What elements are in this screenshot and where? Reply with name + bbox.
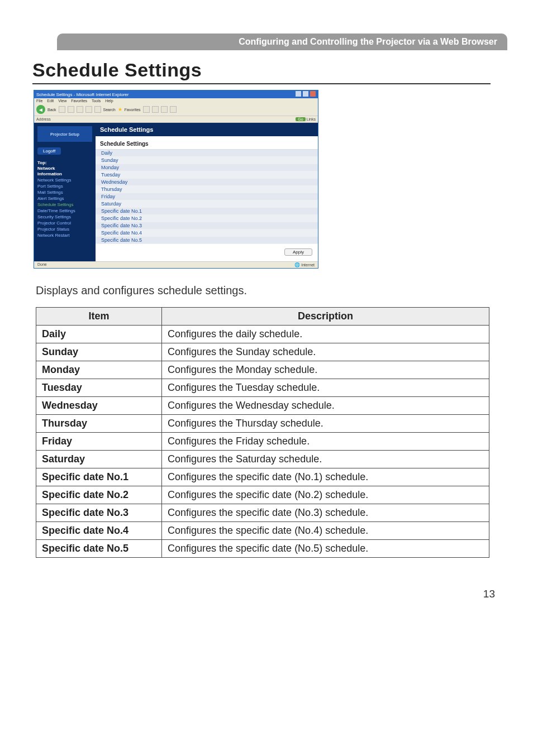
window-title: Schedule Settings - Microsoft Internet E… [36, 92, 129, 97]
page-title: Schedule Settings [32, 59, 491, 84]
section-header-bar: Configuring and Controlling the Projecto… [57, 34, 507, 50]
table-row: FridayConfigures the Friday schedule. [36, 433, 489, 451]
schedule-row: Specific date No.3 [96, 222, 318, 229]
address-bar: Address Go Links [34, 116, 318, 123]
schedule-row: Sunday [96, 157, 318, 164]
links-label: Links [307, 117, 316, 121]
schedule-row: Specific date No.4 [96, 229, 318, 237]
table-row: Specific date No.2Configures the specifi… [36, 486, 489, 504]
maximize-icon [303, 91, 308, 97]
table-row: SaturdayConfigures the Saturday schedule… [36, 451, 489, 468]
table-row: SundayConfigures the Sunday schedule. [36, 343, 489, 361]
main-panel: Schedule Settings Schedule Settings Dail… [96, 123, 318, 261]
table-cell-description: Configures the specific date (No.4) sche… [162, 522, 489, 540]
sidebar-item: Security Settings [37, 214, 92, 219]
schedule-row: Wednesday [96, 179, 318, 186]
table-cell-description: Configures the Saturday schedule. [162, 451, 489, 468]
table-row: Specific date No.4Configures the specifi… [36, 522, 489, 540]
table-cell-description: Configures the specific date (No.3) sche… [162, 504, 489, 522]
table-cell-description: Configures the specific date (No.1) sche… [162, 468, 489, 486]
forward-icon [59, 106, 65, 113]
table-cell-item: Tuesday [36, 379, 162, 397]
table-row: ThursdayConfigures the Thursday schedule… [36, 415, 489, 433]
table-cell-item: Sunday [36, 343, 162, 361]
embedded-screenshot: Schedule Settings - Microsoft Internet E… [34, 90, 318, 269]
table-row: DailyConfigures the daily schedule. [36, 326, 489, 343]
schedule-row: Specific date No.1 [96, 208, 318, 215]
sidebar-item: Port Settings [37, 184, 92, 189]
sidebar-item: Network Settings [37, 178, 92, 183]
table-cell-item: Specific date No.3 [36, 504, 162, 522]
back-label: Back [47, 108, 56, 112]
menu-file: File [36, 99, 42, 103]
table-cell-item: Friday [36, 433, 162, 451]
table-row: WednesdayConfigures the Wednesday schedu… [36, 397, 489, 415]
table-cell-item: Daily [36, 326, 162, 343]
table-header-item: Item [36, 308, 162, 326]
schedule-row: Tuesday [96, 171, 318, 179]
table-cell-item: Thursday [36, 415, 162, 433]
close-icon [310, 91, 316, 97]
sidebar-item: Alert Settings [37, 196, 92, 201]
sidebar-item: Projector Control [37, 221, 92, 226]
menu-favorites: Favorites [71, 99, 87, 103]
page-number: 13 [0, 588, 533, 600]
sidebar: Projector Setup Logoff Top: Network Info… [34, 123, 96, 261]
sidebar-item: Schedule Settings [37, 202, 92, 207]
schedule-row: Thursday [96, 186, 318, 193]
mail-icon [161, 106, 168, 113]
status-done: Done [37, 262, 47, 267]
window-control-buttons [295, 91, 316, 98]
table-cell-description: Configures the Sunday schedule. [162, 343, 489, 361]
favorites-star-icon: ★ [118, 107, 122, 112]
menu-tools: Tools [92, 99, 101, 103]
table-cell-description: Configures the Tuesday schedule. [162, 379, 489, 397]
table-cell-description: Configures the Thursday schedule. [162, 415, 489, 433]
schedule-row: Specific date No.2 [96, 215, 318, 222]
schedule-settings-table: Item Description DailyConfigures the dai… [36, 307, 489, 558]
window-titlebar: Schedule Settings - Microsoft Internet E… [34, 90, 318, 98]
schedule-row: Monday [96, 164, 318, 171]
apply-button: Apply [284, 248, 312, 256]
table-cell-item: Monday [36, 361, 162, 379]
schedule-row: Saturday [96, 200, 318, 208]
menu-help: Help [105, 99, 113, 103]
table-cell-item: Specific date No.4 [36, 522, 162, 540]
table-cell-item: Wednesday [36, 397, 162, 415]
projector-setup-graphic: Projector Setup [37, 126, 92, 142]
home-icon [85, 106, 92, 113]
table-cell-description: Configures the Friday schedule. [162, 433, 489, 451]
menu-view: View [58, 99, 66, 103]
table-row: Specific date No.5Configures the specifi… [36, 540, 489, 558]
table-row: Specific date No.3Configures the specifi… [36, 504, 489, 522]
table-cell-item: Specific date No.2 [36, 486, 162, 504]
browser-toolbar: ◄ Back Search ★ Favorites [34, 103, 318, 116]
history-icon [152, 106, 159, 113]
browser-menubar: File Edit View Favorites Tools Help [34, 98, 318, 103]
print-icon [170, 106, 177, 113]
intro-text: Displays and configures schedule setting… [36, 284, 533, 297]
media-icon [143, 106, 150, 113]
search-icon [94, 106, 101, 113]
schedule-row-list: DailySundayMondayTuesdayWednesdayThursda… [96, 149, 318, 244]
table-cell-item: Specific date No.1 [36, 468, 162, 486]
table-cell-item: Saturday [36, 451, 162, 468]
refresh-icon [77, 106, 83, 113]
table-cell-description: Configures the specific date (No.5) sche… [162, 540, 489, 558]
address-label: Address [36, 117, 51, 121]
favorites-label: Favorites [125, 108, 141, 112]
schedule-row: Friday [96, 193, 318, 200]
sidebar-item: Network Restart [37, 233, 92, 238]
table-cell-description: Configures the Monday schedule. [162, 361, 489, 379]
sidebar-item: Date/Time Settings [37, 208, 92, 213]
schedule-row: Daily [96, 150, 318, 157]
table-cell-description: Configures the specific date (No.2) sche… [162, 486, 489, 504]
sidebar-item: Projector Status [37, 227, 92, 232]
sidebar-group-top: Top: [37, 160, 92, 165]
main-panel-header: Schedule Settings [96, 123, 318, 136]
stop-icon [68, 106, 74, 113]
table-row: Specific date No.1Configures the specifi… [36, 468, 489, 486]
table-header-description: Description [162, 308, 489, 326]
back-icon: ◄ [36, 105, 45, 114]
schedule-row: Specific date No.5 [96, 237, 318, 244]
